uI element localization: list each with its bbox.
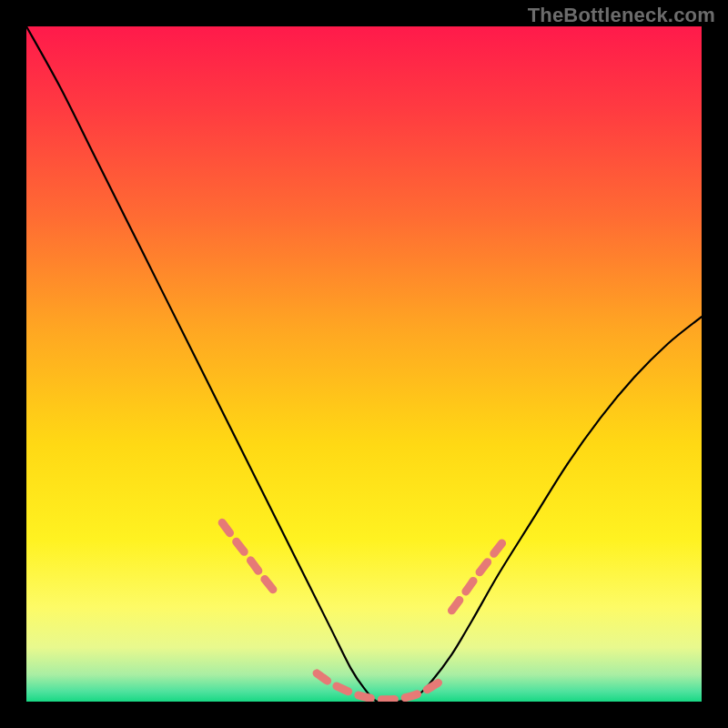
highlight-segments (222, 522, 506, 699)
plot-area (26, 26, 702, 702)
highlight-segment (222, 522, 276, 593)
chart-curve-layer (26, 26, 702, 702)
watermark-text: TheBottleneck.com (528, 4, 715, 27)
bottleneck-curve (26, 26, 702, 702)
chart-frame: TheBottleneck.com (0, 0, 728, 728)
highlight-segment (317, 673, 439, 700)
